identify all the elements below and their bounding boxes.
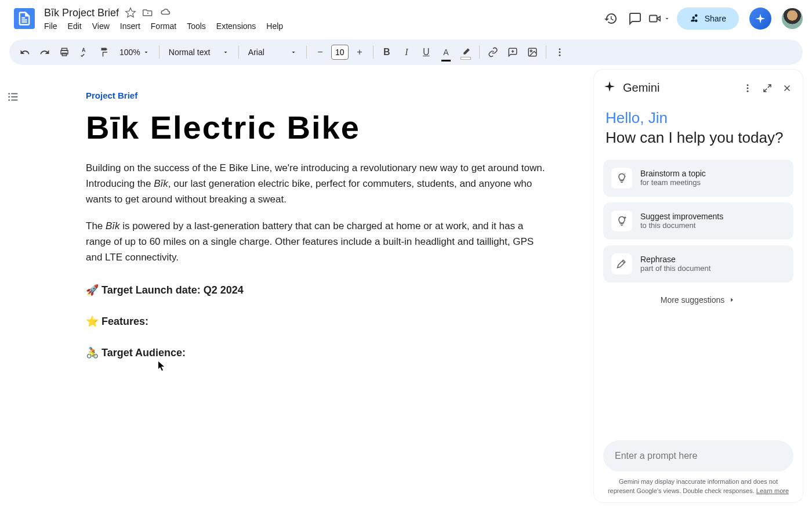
- suggestion-text: Rephrase part of this document: [640, 255, 710, 273]
- suggestion-brainstorm[interactable]: Brainstorm a topic for team meetings: [603, 160, 793, 197]
- suggestion-text: Brainstorm a topic for team meetings: [640, 169, 706, 187]
- svg-rect-10: [11, 93, 17, 95]
- cyclist-icon: 🚴: [86, 347, 99, 358]
- prompt-box[interactable]: [603, 440, 793, 472]
- suggestion-improve[interactable]: Suggest improvements to this document: [603, 202, 793, 240]
- toolbar: 100% Normal text Arial − 10 + B I U A: [9, 39, 803, 65]
- doc-paragraph-1: Building on the success of the E Bike Li…: [86, 160, 545, 208]
- menu-help[interactable]: Help: [266, 21, 283, 31]
- user-avatar[interactable]: [782, 8, 803, 29]
- font-size-decrease[interactable]: −: [311, 44, 329, 61]
- paint-format-button[interactable]: [95, 44, 113, 61]
- audience-line: 🚴 Target Audience:: [86, 346, 545, 359]
- menu-edit[interactable]: Edit: [68, 21, 82, 31]
- separator: [238, 46, 239, 59]
- insert-image-button[interactable]: [524, 44, 541, 61]
- greeting-hello: Hello, Jin: [606, 109, 668, 126]
- menu-insert[interactable]: Insert: [120, 21, 140, 31]
- docs-logo-icon[interactable]: [14, 8, 35, 29]
- share-label: Share: [705, 14, 726, 23]
- svg-point-17: [747, 90, 749, 92]
- svg-point-11: [8, 96, 10, 98]
- gemini-star-button[interactable]: [749, 8, 771, 30]
- title-row: Bīk Project Brief: [44, 7, 594, 19]
- main-area: Project Brief Bīk Electric Bike Building…: [0, 67, 812, 507]
- gemini-more-icon[interactable]: [741, 82, 754, 95]
- redo-button[interactable]: [36, 44, 53, 61]
- greeting-question: How can I help you today?: [606, 129, 783, 146]
- link-button[interactable]: [484, 44, 502, 61]
- menu-file[interactable]: File: [44, 21, 57, 31]
- font-size-input[interactable]: 10: [331, 45, 349, 60]
- undo-button[interactable]: [16, 44, 34, 61]
- header: Bīk Project Brief File Edit View Insert …: [0, 0, 812, 37]
- more-tools-button[interactable]: [551, 44, 568, 61]
- add-comment-button[interactable]: [504, 44, 521, 61]
- font-size-increase[interactable]: +: [351, 44, 368, 61]
- separator: [546, 46, 546, 59]
- features-line: ⭐ Features:: [86, 315, 545, 328]
- lightbulb-icon: [611, 168, 632, 189]
- document-title[interactable]: Bīk Project Brief: [44, 7, 119, 19]
- outline-icon[interactable]: [7, 90, 21, 104]
- prompt-input[interactable]: [615, 451, 782, 461]
- spellcheck-button[interactable]: [75, 44, 93, 61]
- suggestion-rephrase[interactable]: Rephrase part of this document: [603, 245, 793, 283]
- svg-rect-0: [649, 16, 657, 22]
- svg-point-9: [8, 93, 10, 95]
- launch-date-line: 🚀 Target Launch date: Q2 2024: [86, 284, 545, 296]
- gemini-greeting: Hello, Jin How can I help you today?: [603, 108, 793, 148]
- menu-extensions[interactable]: Extensions: [216, 21, 256, 31]
- svg-point-7: [559, 52, 560, 53]
- move-icon[interactable]: [142, 7, 154, 19]
- more-suggestions-button[interactable]: More suggestions: [603, 288, 793, 312]
- italic-button[interactable]: I: [398, 44, 415, 61]
- separator: [373, 46, 374, 59]
- gemini-expand-icon[interactable]: [761, 82, 774, 95]
- meet-button[interactable]: [652, 12, 666, 26]
- cloud-status-icon[interactable]: [160, 7, 171, 19]
- comment-icon[interactable]: [628, 12, 642, 26]
- menu-view[interactable]: View: [92, 21, 110, 31]
- svg-rect-14: [11, 100, 17, 101]
- gemini-spark-icon: [603, 80, 616, 96]
- star-icon[interactable]: [125, 7, 136, 19]
- doc-heading: Bīk Electric Bike: [86, 108, 545, 146]
- font-value: Arial: [248, 48, 264, 57]
- svg-rect-12: [11, 96, 17, 97]
- gemini-disclaimer: Gemini may display inaccurate informatio…: [603, 477, 793, 495]
- star-emoji-icon: ⭐: [86, 316, 99, 327]
- gemini-panel: Gemini Hello, Jin How can I help you tod…: [594, 70, 803, 502]
- svg-point-8: [559, 55, 560, 56]
- gemini-bottom: Gemini may display inaccurate informatio…: [603, 440, 793, 495]
- underline-button[interactable]: U: [418, 44, 435, 61]
- zoom-select[interactable]: 100%: [115, 45, 154, 59]
- font-select[interactable]: Arial: [244, 45, 302, 59]
- learn-more-link[interactable]: Learn more: [756, 487, 789, 494]
- share-button[interactable]: Share: [677, 8, 739, 30]
- header-right: Share: [604, 8, 803, 30]
- rocket-icon: 🚀: [86, 284, 99, 296]
- highlight-button[interactable]: [457, 44, 474, 61]
- style-value: Normal text: [169, 48, 211, 57]
- document-canvas[interactable]: Project Brief Bīk Electric Bike Building…: [28, 67, 592, 507]
- svg-point-5: [530, 50, 532, 52]
- svg-point-6: [559, 48, 560, 50]
- menu-bar: File Edit View Insert Format Tools Exten…: [44, 20, 594, 31]
- style-select[interactable]: Normal text: [164, 45, 234, 59]
- svg-point-13: [8, 99, 10, 101]
- menu-format[interactable]: Format: [151, 21, 176, 31]
- bold-button[interactable]: B: [378, 44, 396, 61]
- outline-toggle: [0, 67, 28, 507]
- separator: [306, 46, 307, 59]
- separator: [159, 46, 160, 59]
- text-color-button[interactable]: A: [437, 44, 455, 61]
- header-center: Bīk Project Brief File Edit View Insert …: [44, 7, 594, 31]
- gemini-close-icon[interactable]: [781, 82, 793, 95]
- gemini-header: Gemini: [603, 80, 793, 96]
- menu-tools[interactable]: Tools: [187, 21, 206, 31]
- doc-paragraph-2: The Bīk is powered by a last-generation …: [86, 218, 545, 266]
- separator: [479, 46, 480, 59]
- history-icon[interactable]: [604, 12, 618, 26]
- print-button[interactable]: [56, 44, 73, 61]
